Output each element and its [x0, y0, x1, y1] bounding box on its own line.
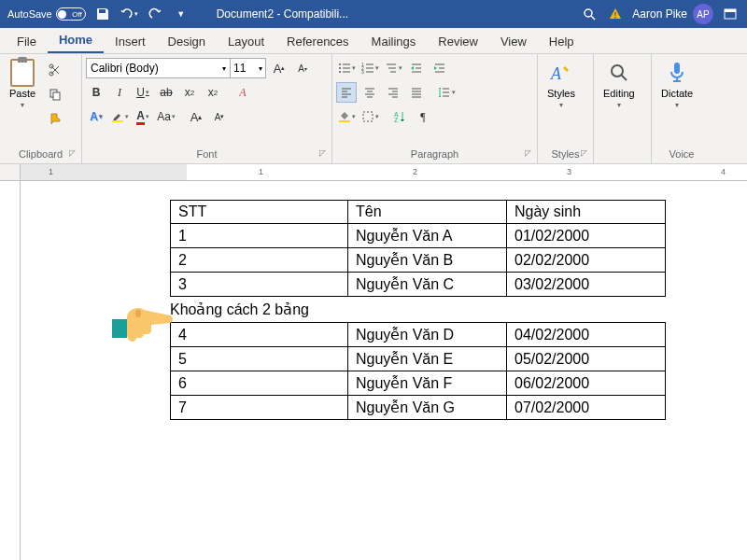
tab-design[interactable]: Design	[157, 30, 217, 53]
warning-icon[interactable]	[606, 5, 625, 23]
qat-customize-icon[interactable]: ▼	[172, 5, 190, 23]
copy-button[interactable]	[45, 84, 65, 105]
shading-button[interactable]: ▾	[336, 106, 357, 127]
data-table-2[interactable]: 4Nguyễn Văn D04/02/2000 5Nguyễn Văn E05/…	[170, 322, 666, 420]
title-bar: AutoSave Off ▾ ▼ Document2 - Compatibili…	[0, 0, 747, 28]
svg-point-10	[339, 71, 341, 73]
tab-home[interactable]: Home	[48, 28, 104, 53]
numbering-button[interactable]: 123▾	[359, 58, 380, 78]
group-voice: Dictate ▾ Voice	[652, 54, 712, 163]
table-row: 7Nguyễn Văn G07/02/2000	[171, 396, 666, 420]
align-center-button[interactable]	[359, 82, 380, 103]
dialog-launcher-icon[interactable]: ◸	[525, 148, 531, 158]
svg-point-22	[135, 310, 141, 317]
styles-icon: A	[548, 60, 574, 86]
font-name-select[interactable]: Calibri (Body)▾	[86, 58, 231, 78]
svg-point-0	[585, 9, 592, 17]
multilevel-button[interactable]: ▾	[383, 58, 403, 78]
autosave-label: AutoSave	[7, 8, 52, 20]
svg-rect-2	[725, 9, 736, 12]
group-font: Calibri (Body)▾ ▾ A▴ A▾ B I U▾ ab x2 x2 …	[82, 54, 332, 163]
tab-file[interactable]: File	[6, 30, 48, 53]
tab-review[interactable]: Review	[427, 30, 489, 53]
superscript-button[interactable]: x2	[203, 82, 223, 103]
paste-button[interactable]: Paste ▾	[4, 56, 41, 113]
change-case-button[interactable]: Aa▾	[156, 106, 176, 127]
tab-layout[interactable]: Layout	[217, 30, 275, 53]
format-painter-button[interactable]	[45, 108, 65, 129]
chevron-down-icon: ▾	[675, 101, 679, 109]
group-clipboard: Paste ▾ Clipboard◸	[0, 54, 82, 163]
search-icon	[606, 60, 632, 86]
tab-mailings[interactable]: Mailings	[360, 30, 428, 53]
svg-rect-14	[339, 120, 350, 122]
chevron-down-icon: ▾	[559, 101, 563, 109]
redo-icon[interactable]	[146, 5, 164, 23]
gap-text[interactable]: Khoảng cách 2 bảng	[170, 297, 747, 322]
user-name: Aaron Pike	[632, 7, 687, 21]
chevron-down-icon: ▾	[21, 101, 24, 109]
undo-icon[interactable]: ▾	[120, 5, 138, 23]
document-area: STT Tên Ngày sinh 1Nguyễn Văn A01/02/200…	[0, 181, 747, 560]
group-styles: A Styles ▾ Styles◸	[538, 54, 594, 163]
italic-button[interactable]: I	[109, 82, 130, 103]
highlight-button[interactable]: ▾	[109, 106, 130, 127]
increase-indent-button[interactable]	[430, 58, 450, 78]
grow-font-button[interactable]: A▴	[269, 58, 289, 78]
autosave-toggle[interactable]: AutoSave Off	[7, 7, 86, 21]
tab-insert[interactable]: Insert	[104, 30, 157, 53]
avatar: AP	[693, 4, 713, 24]
bullets-button[interactable]: ▾	[336, 58, 357, 78]
table-row: 1Nguyễn Văn A01/02/2000	[171, 224, 666, 248]
strikethrough-button[interactable]: ab	[156, 82, 176, 103]
dialog-launcher-icon[interactable]: ◸	[69, 148, 76, 158]
line-spacing-button[interactable]: ▾	[436, 82, 457, 103]
editing-button[interactable]: Editing ▾	[598, 56, 641, 113]
page[interactable]: STT Tên Ngày sinh 1Nguyễn Văn A01/02/200…	[21, 181, 747, 560]
show-marks-button[interactable]: ¶	[413, 106, 433, 127]
group-paragraph: ▾ 123▾ ▾ ▾ ▾ ▾ A	[332, 54, 538, 163]
tab-help[interactable]: Help	[538, 30, 585, 53]
font-size-select[interactable]: ▾	[231, 58, 266, 78]
dialog-launcher-icon[interactable]: ◸	[581, 148, 587, 158]
svg-point-8	[339, 63, 341, 65]
tab-view[interactable]: View	[489, 30, 538, 53]
subscript-button[interactable]: x2	[179, 82, 200, 103]
ribbon-display-icon[interactable]	[721, 5, 740, 23]
microphone-icon	[664, 60, 690, 86]
search-icon[interactable]	[580, 5, 599, 23]
chevron-down-icon: ▾	[617, 101, 621, 109]
dictate-button[interactable]: Dictate ▾	[655, 56, 698, 113]
svg-text:3: 3	[361, 69, 364, 75]
sort-button[interactable]: AZ	[389, 106, 410, 127]
horizontal-ruler[interactable]: 1 1 2 3 4	[0, 164, 747, 181]
bold-button[interactable]: B	[86, 82, 106, 103]
vertical-ruler[interactable]	[0, 181, 21, 560]
decrease-indent-button[interactable]	[406, 58, 427, 78]
clear-formatting-button[interactable]: A	[233, 82, 253, 103]
shrink-font-button[interactable]: A▾	[292, 58, 313, 78]
justify-button[interactable]	[406, 82, 427, 103]
styles-button[interactable]: A Styles ▾	[542, 56, 581, 113]
data-table-1[interactable]: STT Tên Ngày sinh 1Nguyễn Văn A01/02/200…	[170, 200, 666, 297]
svg-text:Z: Z	[394, 117, 399, 123]
align-left-button[interactable]	[336, 82, 357, 103]
table-row: 2Nguyễn Văn B02/02/2000	[171, 248, 666, 273]
toggle-off-icon[interactable]: Off	[56, 7, 86, 21]
cut-button[interactable]	[45, 60, 65, 80]
table-row: 4Nguyễn Văn D04/02/2000	[171, 323, 666, 347]
save-icon[interactable]	[93, 5, 112, 23]
text-effects-button[interactable]: A▾	[86, 106, 106, 127]
underline-button[interactable]: U▾	[133, 82, 153, 103]
align-right-button[interactable]	[383, 82, 403, 103]
grow-font2-button[interactable]: A▴	[186, 106, 206, 127]
tab-references[interactable]: References	[275, 30, 359, 53]
dialog-launcher-icon[interactable]: ◸	[319, 148, 326, 158]
table-row: 5Nguyễn Văn E05/02/2000	[171, 347, 666, 371]
svg-rect-7	[112, 120, 123, 122]
font-color-button[interactable]: A▾	[133, 106, 153, 127]
table-row: STT Tên Ngày sinh	[171, 201, 666, 224]
shrink-font2-button[interactable]: A▾	[209, 106, 230, 127]
user-account[interactable]: Aaron Pike AP	[632, 4, 713, 24]
borders-button[interactable]: ▾	[359, 106, 380, 127]
